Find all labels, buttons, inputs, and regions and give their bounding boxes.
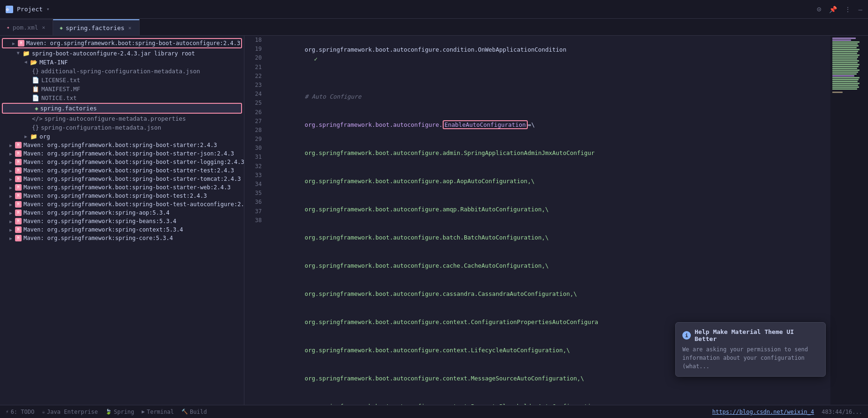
- maven-starter-test-label: Maven: org.springframework.boot:spring-b…: [23, 167, 234, 174]
- sidebar-item-maven-starter-tomcat[interactable]: ▶ M Maven: org.springframework.boot:spri…: [0, 175, 244, 183]
- mini-line-8: [832, 51, 858, 52]
- sidebar-item-manifest[interactable]: 📋 MANIFEST.MF: [0, 85, 244, 93]
- pin-icon[interactable]: 📌: [829, 6, 837, 13]
- sidebar-item-maven-beans[interactable]: ▶ M Maven: org.springframework:spring-be…: [0, 217, 244, 225]
- sidebar-item-maven-starter-logging[interactable]: ▶ M Maven: org.springframework.boot:spri…: [0, 158, 244, 166]
- sidebar-item-maven-aop[interactable]: ▶ M Maven: org.springframework:spring-ao…: [0, 209, 244, 217]
- status-java-enterprise[interactable]: ☕ Java Enterprise: [42, 409, 98, 415]
- sidebar-item-maven-starter-web[interactable]: ▶ M Maven: org.springframework.boot:spri…: [0, 183, 244, 192]
- line-num-28: 28: [244, 126, 262, 135]
- code-text-20: # Auto Configure: [305, 93, 361, 100]
- sidebar-item-maven-test[interactable]: ▶ M Maven: org.springframework.boot:spri…: [0, 192, 244, 200]
- arrow-meta-inf: ▼: [23, 61, 29, 63]
- line-num-18: 18: [244, 36, 262, 45]
- code-line-31: org.springframework.boot.autoconfigure.c…: [269, 393, 830, 405]
- mini-line-1: [832, 38, 856, 39]
- mini-line-18: [832, 70, 860, 71]
- arrow-test: ▶: [9, 194, 12, 199]
- sidebar[interactable]: ▶ M Maven: org.springframework.boot:spri…: [0, 36, 244, 405]
- sidebar-item-spring-config-metadata[interactable]: {} spring-configuration-metadata.json: [0, 123, 244, 132]
- sidebar-item-maven-context[interactable]: ▶ M Maven: org.springframework:spring-co…: [0, 225, 244, 234]
- code-text-22: org.springframework.boot.autoconfigure.a…: [305, 149, 594, 156]
- notification-info-icon: i: [682, 331, 691, 340]
- maven-icon-starter: M: [15, 142, 22, 148]
- sidebar-item-jar-root[interactable]: ▶ 📁 spring-boot-autoconfigure-2.4.3.jar …: [0, 49, 244, 58]
- maven-test-autoconfigure-label: Maven: org.springframework.boot:spring-b…: [23, 201, 244, 208]
- sidebar-item-maven-core[interactable]: ▶ M Maven: org.springframework:spring-co…: [0, 234, 244, 242]
- arrow-starter-json: ▶: [9, 151, 12, 156]
- line-num-30: 30: [244, 144, 262, 153]
- mini-line-26: [832, 85, 858, 86]
- status-terminal[interactable]: ▶ Terminal: [142, 409, 174, 415]
- line-num-37: 37: [244, 207, 262, 216]
- mini-line-5: [832, 45, 859, 46]
- more-icon[interactable]: ⋮: [845, 6, 851, 13]
- maven-icon-core: M: [15, 235, 22, 241]
- todo-icon: ⚡: [6, 409, 9, 415]
- line-num-35: 35: [244, 189, 262, 198]
- mini-line-24: [832, 81, 858, 82]
- status-url[interactable]: https://blog.csdn.net/weixin_4: [712, 409, 814, 415]
- sidebar-item-maven-starter[interactable]: ▶ M Maven: org.springframework.boot:spri…: [0, 141, 244, 149]
- factories-tab-icon: ◈: [60, 25, 63, 31]
- sidebar-item-autoconfigure-metadata[interactable]: </> spring-autoconfigure-metadata.proper…: [0, 114, 244, 123]
- sidebar-item-maven-starter-test[interactable]: ▶ M Maven: org.springframework.boot:spri…: [0, 166, 244, 175]
- mini-line-3: [832, 41, 860, 43]
- arrow-maven-root: ▶: [12, 41, 15, 46]
- code-text-31: org.springframework.boot.autoconfigure.c…: [305, 403, 598, 405]
- arrow-aop: ▶: [9, 210, 12, 216]
- folder-icon-meta-inf: 📂: [30, 59, 38, 66]
- java-icon: ☕: [42, 409, 45, 415]
- sidebar-item-meta-inf[interactable]: ▼ 📂 META-INF: [0, 58, 244, 67]
- line-num-38: 38: [244, 216, 262, 225]
- maven-icon-root: M: [18, 40, 24, 46]
- sidebar-item-add-spring-config[interactable]: {} additional-spring-configuration-metad…: [0, 67, 244, 76]
- tab-pom-close[interactable]: ✕: [41, 23, 46, 31]
- terminal-label: Terminal: [147, 409, 174, 415]
- json-icon-add-spring: {}: [32, 68, 39, 75]
- tab-pom[interactable]: ✦ pom.xml ✕: [0, 19, 53, 35]
- maven-icon-starter-tomcat: M: [15, 176, 22, 182]
- code-line-23: org.springframework.boot.autoconfigure.a…: [269, 167, 830, 195]
- status-todo[interactable]: ⚡ 6: TODO: [6, 409, 34, 415]
- line-num-33: 33: [244, 171, 262, 180]
- maven-root-label: Maven: org.springframework.boot:spring-b…: [26, 40, 240, 46]
- tab-bar: ✦ pom.xml ✕ ◈ spring.factories ✕: [0, 19, 868, 36]
- target-icon[interactable]: ⊙: [817, 5, 821, 14]
- maven-context-label: Maven: org.springframework:spring-contex…: [23, 226, 183, 233]
- license-label: LICENSE.txt: [41, 77, 80, 84]
- maven-aop-label: Maven: org.springframework:spring-aop:5.…: [23, 209, 170, 216]
- maven-beans-label: Maven: org.springframework:spring-beans:…: [23, 218, 176, 224]
- code-line-25: org.springframework.boot.autoconfigure.b…: [269, 224, 830, 252]
- notification-popup: i Help Make Material Theme UI Better We …: [675, 322, 826, 377]
- manifest-label: MANIFEST.MF: [41, 85, 80, 93]
- build-icon: 🔨: [181, 409, 188, 415]
- sidebar-item-maven-test-autoconfigure[interactable]: ▶ M Maven: org.springframework.boot:spri…: [0, 200, 244, 209]
- minimap[interactable]: [830, 36, 868, 405]
- code-text-24: org.springframework.boot.autoconfigure.a…: [305, 206, 548, 213]
- code-text-27: org.springframework.boot.autoconfigure.c…: [305, 290, 577, 297]
- maven-icon-starter-logging: M: [15, 159, 22, 165]
- notice-label: NOTICE.txt: [41, 94, 77, 101]
- code-line-27: org.springframework.boot.autoconfigure.c…: [269, 280, 830, 308]
- tab-factories[interactable]: ◈ spring.factories ✕: [53, 19, 139, 35]
- project-chevron[interactable]: ▾: [47, 6, 50, 12]
- add-spring-config-label: additional-spring-configuration-metadata…: [41, 68, 200, 75]
- arrow-jar: ▶: [16, 52, 21, 54]
- status-spring[interactable]: 🍃 Spring: [105, 409, 134, 415]
- maven-starter-web-label: Maven: org.springframework.boot:spring-b…: [23, 184, 231, 191]
- tab-factories-close[interactable]: ✕: [127, 24, 133, 32]
- minimize-icon[interactable]: —: [859, 6, 862, 13]
- sidebar-item-maven-starter-json[interactable]: ▶ M Maven: org.springframework.boot:spri…: [0, 149, 244, 158]
- folder-icon-org: 📁: [30, 133, 38, 140]
- sidebar-item-spring-factories[interactable]: ◈ spring.factories: [2, 103, 242, 114]
- sidebar-item-org[interactable]: ▶ 📁 org: [0, 132, 244, 141]
- sidebar-item-license[interactable]: 📄 LICENSE.txt: [0, 76, 244, 85]
- sidebar-item-notice[interactable]: 📄 NOTICE.txt: [0, 93, 244, 102]
- sidebar-item-maven-root[interactable]: ▶ M Maven: org.springframework.boot:spri…: [2, 38, 242, 48]
- code-line-26: org.springframework.boot.autoconfigure.c…: [269, 252, 830, 280]
- notification-title-text: Help Make Material Theme UI Better: [695, 328, 819, 342]
- status-build[interactable]: 🔨 Build: [181, 409, 207, 415]
- status-bar: ⚡ 6: TODO ☕ Java Enterprise 🍃 Spring ▶ T…: [0, 405, 868, 418]
- mini-line-21: [832, 75, 854, 77]
